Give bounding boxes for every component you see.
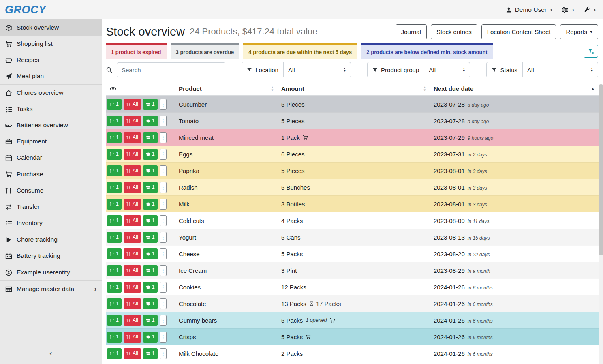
open-one-button[interactable]: 1 xyxy=(143,315,158,326)
scrollbar-thumb[interactable] xyxy=(599,84,603,255)
consume-all-button[interactable]: All xyxy=(124,165,141,176)
sidebar-item-shopping-list[interactable]: Shopping list xyxy=(0,36,102,52)
clear-filters-button[interactable] xyxy=(584,45,598,58)
banner-below-min-stock[interactable]: 2 products are below defined min. stock … xyxy=(361,43,492,59)
row-menu-button[interactable]: ⋮ xyxy=(160,282,167,293)
row-menu-button[interactable]: ⋮ xyxy=(160,132,167,143)
sidebar-item-consume[interactable]: Consume xyxy=(0,182,102,199)
search-input[interactable] xyxy=(117,62,225,77)
open-one-button[interactable]: 1 xyxy=(143,215,158,226)
consume-one-button[interactable]: 1 xyxy=(107,348,122,359)
consume-one-button[interactable]: 1 xyxy=(107,315,122,326)
sidebar-collapse-button[interactable]: ‹ xyxy=(0,345,102,364)
row-menu-button[interactable]: ⋮ xyxy=(160,116,167,126)
consume-one-button[interactable]: 1 xyxy=(107,132,122,143)
product-group-filter-select[interactable]: All ▲▼ xyxy=(424,62,470,77)
sidebar-item-chore-tracking[interactable]: Chore tracking xyxy=(0,231,102,248)
row-menu-button[interactable]: ⋮ xyxy=(160,298,167,309)
row-menu-button[interactable]: ⋮ xyxy=(160,99,167,110)
location-filter-select[interactable]: All ▲▼ xyxy=(284,62,351,77)
column-header-product[interactable]: Product ▲▼ xyxy=(179,85,281,92)
consume-all-button[interactable]: All xyxy=(124,298,141,309)
consume-one-button[interactable]: 1 xyxy=(107,232,122,243)
consume-all-button[interactable]: All xyxy=(124,248,141,259)
open-one-button[interactable]: 1 xyxy=(143,348,158,359)
sidebar-item-stock-overview[interactable]: Stock overview xyxy=(0,19,102,36)
open-one-button[interactable]: 1 xyxy=(143,199,158,210)
consume-one-button[interactable]: 1 xyxy=(107,149,122,160)
consume-all-button[interactable]: All xyxy=(124,332,141,343)
row-menu-button[interactable]: ⋮ xyxy=(160,199,167,210)
open-one-button[interactable]: 1 xyxy=(143,182,158,193)
banner-expired[interactable]: 1 product is expired xyxy=(106,43,167,59)
consume-one-button[interactable]: 1 xyxy=(107,248,122,259)
consume-all-button[interactable]: All xyxy=(124,215,141,226)
consume-all-button[interactable]: All xyxy=(124,132,141,143)
sidebar-item-recipes[interactable]: Recipes xyxy=(0,52,102,68)
row-menu-button[interactable]: ⋮ xyxy=(160,265,167,276)
row-menu-button[interactable]: ⋮ xyxy=(160,215,167,226)
open-one-button[interactable]: 1 xyxy=(143,332,158,343)
row-menu-button[interactable]: ⋮ xyxy=(160,149,167,160)
consume-one-button[interactable]: 1 xyxy=(107,282,122,293)
settings-menu[interactable]: › xyxy=(562,6,574,13)
consume-all-button[interactable]: All xyxy=(124,99,141,110)
journal-button[interactable]: Journal xyxy=(396,24,427,39)
open-one-button[interactable]: 1 xyxy=(143,165,158,176)
row-menu-button[interactable]: ⋮ xyxy=(160,315,167,326)
location-content-sheet-button[interactable]: Location Content Sheet xyxy=(481,24,556,39)
status-filter-select[interactable]: All ▲▼ xyxy=(523,62,598,77)
consume-one-button[interactable]: 1 xyxy=(107,332,122,343)
consume-one-button[interactable]: 1 xyxy=(107,165,122,176)
open-one-button[interactable]: 1 xyxy=(143,282,158,293)
open-one-button[interactable]: 1 xyxy=(143,248,158,259)
consume-one-button[interactable]: 1 xyxy=(107,116,122,126)
consume-all-button[interactable]: All xyxy=(124,282,141,293)
consume-all-button[interactable]: All xyxy=(124,199,141,210)
sidebar-item-battery-tracking[interactable]: Battery tracking xyxy=(0,248,102,264)
consume-all-button[interactable]: All xyxy=(124,116,141,126)
stock-entries-button[interactable]: Stock entries xyxy=(431,24,477,39)
consume-one-button[interactable]: 1 xyxy=(107,182,122,193)
open-one-button[interactable]: 1 xyxy=(143,99,158,110)
row-menu-button[interactable]: ⋮ xyxy=(160,232,167,243)
sidebar-item-manage-master-data[interactable]: Manage master data › xyxy=(0,281,102,297)
consume-one-button[interactable]: 1 xyxy=(107,99,122,110)
sidebar-item-tasks[interactable]: Tasks xyxy=(0,101,102,117)
grocy-logo[interactable]: GROCY xyxy=(5,4,46,16)
column-header-amount[interactable]: Amount ▲▼ xyxy=(281,85,434,92)
sidebar-item-purchase[interactable]: Purchase xyxy=(0,166,102,182)
consume-one-button[interactable]: 1 xyxy=(107,298,122,309)
sidebar-item-inventory[interactable]: Inventory xyxy=(0,215,102,231)
sidebar-item-example-userentity[interactable]: Example userentity xyxy=(0,264,102,280)
eye-icon[interactable] xyxy=(110,86,116,92)
consume-one-button[interactable]: 1 xyxy=(107,265,122,276)
row-menu-button[interactable]: ⋮ xyxy=(160,348,167,359)
sidebar-item-calendar[interactable]: Calendar xyxy=(0,150,102,166)
consume-all-button[interactable]: All xyxy=(124,149,141,160)
open-one-button[interactable]: 1 xyxy=(143,265,158,276)
consume-all-button[interactable]: All xyxy=(124,265,141,276)
row-menu-button[interactable]: ⋮ xyxy=(160,332,167,343)
column-header-next-due-date[interactable]: Next due date ▲ xyxy=(434,85,603,92)
banner-overdue[interactable]: 3 products are overdue xyxy=(171,43,239,59)
sidebar-item-equipment[interactable]: Equipment xyxy=(0,133,102,150)
consume-all-button[interactable]: All xyxy=(124,315,141,326)
row-menu-button[interactable]: ⋮ xyxy=(160,165,167,176)
reports-button[interactable]: Reports▾ xyxy=(560,24,598,39)
consume-all-button[interactable]: All xyxy=(124,348,141,359)
open-one-button[interactable]: 1 xyxy=(143,116,158,126)
open-one-button[interactable]: 1 xyxy=(143,149,158,160)
sidebar-item-transfer[interactable]: Transfer xyxy=(0,199,102,215)
consume-one-button[interactable]: 1 xyxy=(107,199,122,210)
row-menu-button[interactable]: ⋮ xyxy=(160,182,167,193)
consume-all-button[interactable]: All xyxy=(124,182,141,193)
sidebar-item-chores-overview[interactable]: Chores overview xyxy=(0,85,102,101)
banner-due-soon[interactable]: 4 products are due within the next 5 day… xyxy=(243,43,357,59)
sidebar-item-batteries-overview[interactable]: Batteries overview xyxy=(0,117,102,133)
consume-all-button[interactable]: All xyxy=(124,232,141,243)
open-one-button[interactable]: 1 xyxy=(143,232,158,243)
admin-menu[interactable]: › xyxy=(584,6,596,13)
open-one-button[interactable]: 1 xyxy=(143,298,158,309)
user-menu[interactable]: Demo User › xyxy=(506,6,552,13)
